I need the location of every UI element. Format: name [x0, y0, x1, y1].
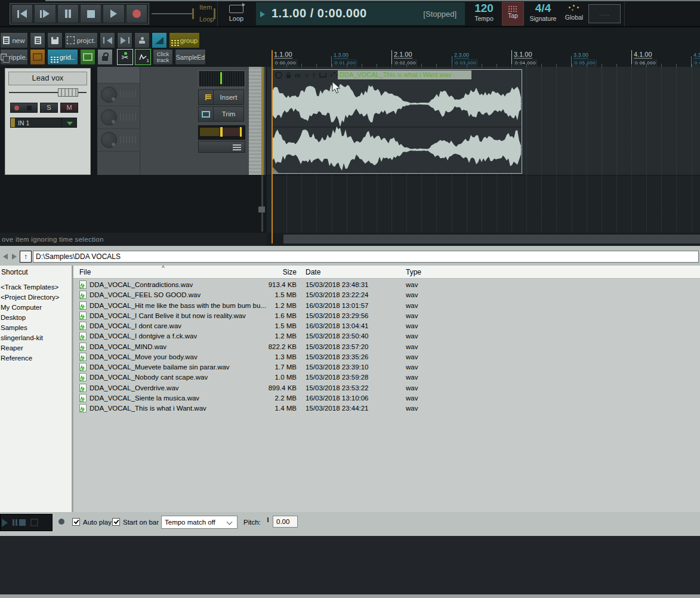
path-input[interactable]: D:\Samples\DDA VOCALS — [33, 251, 699, 263]
trim-icon-cell[interactable] — [198, 106, 214, 122]
shortcut-item[interactable]: <Track Templates> — [0, 282, 72, 292]
item-tray-icon[interactable] — [319, 73, 326, 78]
column-header-type[interactable]: Type — [406, 268, 421, 276]
mixer-menu-button[interactable] — [198, 141, 245, 153]
item-lock-icon[interactable] — [286, 75, 291, 78]
metronome-button[interactable] — [134, 32, 150, 48]
go-to-end-button[interactable] — [34, 4, 55, 23]
item-mute-icon[interactable] — [275, 72, 282, 79]
item-fx-icon[interactable]: m — [295, 72, 301, 79]
snap-button[interactable] — [80, 49, 95, 65]
vertical-scrollbar-nub[interactable] — [258, 206, 265, 212]
file-row[interactable]: DDA_VOCAL_Overdrive.wav899.4 KB15/03/201… — [73, 383, 700, 393]
file-row[interactable]: DDA_VOCAL_Contradictions.wav913.4 KB15/0… — [73, 280, 700, 290]
send-knob[interactable] — [101, 132, 117, 148]
forward-button[interactable] — [12, 254, 17, 260]
send-knob[interactable] — [101, 109, 117, 125]
track-record-arm-button[interactable] — [10, 103, 38, 113]
file-row[interactable]: DDA_VOCAL_Muevete bailame sin parar.wav1… — [73, 362, 700, 372]
back-button[interactable] — [3, 254, 8, 260]
sample-editor-button[interactable]: SampleEd — [175, 49, 206, 65]
tempo-match-select[interactable]: Tempo match off — [161, 516, 238, 529]
file-row[interactable]: DDA_VOCAL_FEEL SO GOOD.wav1.5 MB15/03/20… — [73, 290, 700, 300]
track-control-panel[interactable]: Lead vox S M IN 1 — [5, 68, 91, 175]
column-header-file[interactable]: File — [79, 268, 91, 276]
shortcut-item[interactable]: Samples — [0, 323, 72, 333]
save-button[interactable] — [47, 32, 63, 48]
file-row[interactable]: DDA_VOCAL_I dont care.wav1.5 MB16/03/201… — [73, 321, 700, 331]
vertical-scrollbar-thumb[interactable] — [249, 67, 264, 175]
project-settings-button[interactable]: projct. — [64, 32, 98, 48]
group-button[interactable]: group — [169, 32, 200, 48]
go-to-start-button[interactable] — [11, 4, 33, 23]
new-project-button[interactable]: new — [0, 32, 28, 48]
undo-button[interactable] — [100, 32, 115, 48]
shortcut-header[interactable]: Shortcut — [0, 266, 72, 282]
track-input-selector[interactable]: IN 1 — [10, 118, 77, 128]
file-row[interactable]: DDA_VOCAL_Hit me like the bass with the … — [73, 301, 700, 311]
loop-button[interactable]: Loop — [220, 2, 253, 25]
shortcut-item[interactable]: Reference — [0, 353, 72, 363]
play-button[interactable] — [103, 4, 124, 23]
horizontal-scrollbar-thumb[interactable] — [283, 235, 700, 243]
file-row[interactable]: DDA_VOCAL_I Cant Belive it but now is re… — [73, 311, 700, 321]
column-header-date[interactable]: Date — [306, 268, 320, 276]
file-list-panel[interactable]: File ^ Size Date Type DDA_VOCAL_Contradi… — [73, 266, 700, 512]
pitch-input[interactable]: 0.00 — [273, 516, 298, 528]
item-name[interactable]: DDA_VOCAL_This is what i Want.wav — [338, 70, 471, 79]
shortcut-item[interactable]: Desktop — [0, 313, 72, 323]
item-edges-button[interactable] — [30, 49, 45, 65]
preview-volume-knob[interactable] — [58, 519, 64, 525]
timeline-ruler[interactable]: 1.1.000:00.0001.3.000:01.0002.1.000:02.0… — [267, 50, 700, 67]
redo-button[interactable] — [117, 32, 132, 48]
preview-stop-button[interactable] — [19, 519, 26, 526]
shortcut-item[interactable]: slingerland-kit — [0, 333, 72, 343]
file-row[interactable]: DDA_VOCAL_Move your body.wav1.3 MB15/03/… — [73, 352, 700, 362]
click-track-button[interactable]: Clicktrack — [153, 49, 173, 65]
signature-cell[interactable]: 4/4 Signature — [526, 2, 560, 26]
mixer-fader[interactable] — [198, 125, 245, 140]
shortcut-item[interactable]: My Computer — [0, 303, 72, 313]
track-solo-button[interactable]: S — [40, 103, 58, 113]
preview-loop-button[interactable] — [30, 519, 38, 526]
shortcut-item[interactable]: <Project Directory> — [0, 292, 72, 303]
pitch-slider-tick[interactable] — [267, 517, 269, 522]
file-row[interactable]: DDA_VOCAL_I dontgive a f.ck.wav1.2 MB15/… — [73, 331, 700, 341]
vertical-scrollbar-track[interactable] — [261, 175, 263, 232]
file-row[interactable]: DDA_VOCAL_This is what i Want.wav1.4 MB1… — [73, 403, 700, 414]
file-row[interactable]: DDA_VOCAL_Siente la musica.wav2.2 MB16/0… — [73, 393, 700, 403]
folder-up-button[interactable]: ↑ — [20, 251, 32, 263]
empty-slot[interactable]: ..... — [588, 4, 621, 23]
file-row[interactable]: DDA_VOCAL_MIND.wav822.2 KB15/03/2018 23:… — [73, 342, 700, 352]
autoplay-checkbox[interactable] — [72, 518, 80, 526]
edit-cursor[interactable] — [272, 50, 273, 243]
grid-settings-button[interactable]: grid.. — [47, 49, 78, 65]
send-knob[interactable] — [101, 87, 117, 103]
item-notes-icon[interactable]: ≡ — [305, 72, 309, 79]
shortcut-item[interactable]: Reaper — [0, 343, 72, 353]
media-item[interactable]: m ≡ ! DDA_VOCAL_This is what i Want.wav — [272, 69, 522, 174]
insert-button[interactable]: Insert — [214, 90, 244, 105]
preview-play-button[interactable] — [2, 519, 8, 527]
envelope-edit-button[interactable]: 1 — [135, 49, 151, 65]
pause-button[interactable] — [57, 4, 79, 23]
auto-crossfade-button[interactable]: ✂ — [117, 49, 133, 65]
column-header-size[interactable]: Size — [270, 268, 297, 276]
envelope-mode-button[interactable] — [152, 32, 167, 48]
track-volume-slider[interactable] — [9, 88, 87, 97]
tempo-cell[interactable]: 120 Tempo — [468, 2, 500, 26]
track-mute-button[interactable]: M — [60, 103, 78, 113]
preview-pause-button[interactable] — [13, 519, 14, 526]
item-dots-icon[interactable] — [331, 75, 332, 76]
tap-tempo-button[interactable]: Tap — [502, 2, 524, 26]
stop-button[interactable] — [80, 4, 101, 23]
volume-handle[interactable] — [58, 88, 78, 97]
file-row[interactable]: DDA_VOCAL_Nobody cant scape.wav1.0 MB15/… — [73, 372, 700, 383]
item-properties-icon[interactable]: ! — [313, 72, 315, 79]
start-on-bar-checkbox[interactable] — [112, 518, 120, 526]
track-name[interactable]: Lead vox — [8, 72, 87, 85]
insert-icon-cell[interactable] — [198, 90, 214, 105]
record-button[interactable] — [126, 4, 147, 23]
time-display[interactable]: 1.1.00 / 0:00.000 [Stopped] — [255, 2, 465, 26]
open-document-button[interactable] — [30, 32, 45, 48]
